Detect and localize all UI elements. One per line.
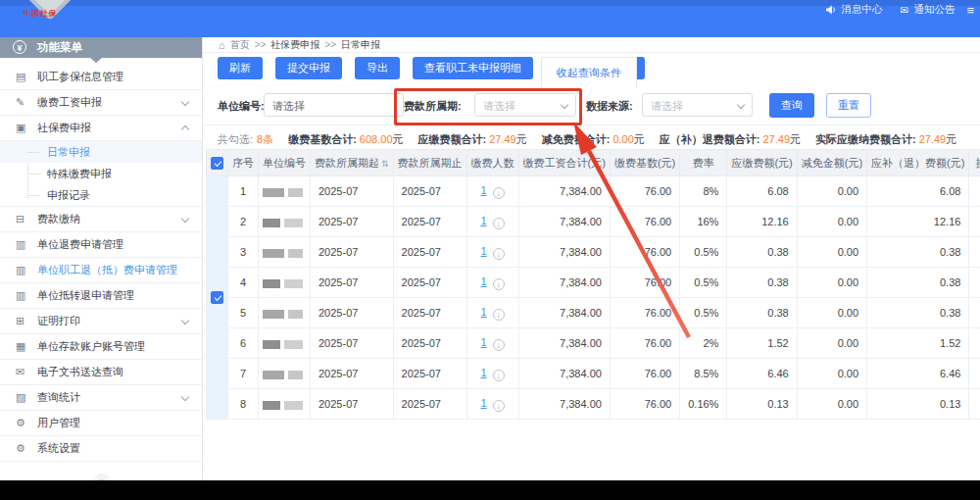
sidebar-header: ¥ 功能菜单 — [0, 37, 202, 58]
sidebar-item-offset-transfer-refund[interactable]: ▥ 单位抵转退申请管理 — [0, 283, 202, 309]
cell: 2025-07 — [311, 268, 394, 298]
table-row: 4 2025-07 2025-07 1↓ 7,384.00 76.00 0.5%… — [207, 268, 980, 298]
sidebar-item-fee-payment[interactable]: ⊟ 费款缴纳 — [0, 207, 202, 232]
col-rate: 费率 — [680, 150, 727, 176]
sidebar-item-employee-insurance-info[interactable]: ▤ 职工参保信息管理 — [0, 65, 202, 90]
refresh-button[interactable]: 刷新 — [218, 57, 263, 79]
print-icon: ⊞ — [16, 309, 24, 333]
unit-code-redacted — [259, 389, 311, 420]
export-button[interactable]: 导出 — [355, 57, 400, 79]
sidebar-item-system-settings[interactable]: ⚙ 系统设置 — [0, 436, 202, 462]
cell: 2025-07 — [311, 237, 394, 268]
breadcrumb-home[interactable]: 首页 — [230, 38, 250, 52]
sidebar-item-salary-declaration[interactable]: ✎ 缴费工资申报 — [0, 90, 202, 116]
cell: 0.16% — [680, 389, 727, 420]
cell: 0.5% — [680, 237, 727, 268]
cell: 5 — [228, 298, 259, 328]
payer-count-link[interactable]: 1 — [480, 336, 486, 348]
submit-declaration-button[interactable]: 提交申报 — [275, 57, 342, 79]
cell: 0.38 — [727, 268, 797, 298]
col-final-fee: 应补（退）费额(元) — [867, 150, 969, 176]
sort-icon: ⇅ — [381, 159, 389, 169]
id-card-icon: ▤ — [16, 65, 25, 89]
select-all-checkbox[interactable] — [211, 157, 223, 170]
query-bar: 单位编号: 请选择 费款所属期: 请选择 数据来源: 请选择 查询 重置 — [203, 87, 980, 125]
cell: 0.00 — [797, 389, 866, 420]
sidebar-item-edocument-query[interactable]: ✉ 电子文书送达查询 — [0, 360, 202, 385]
download-icon[interactable]: ↓ — [493, 187, 505, 199]
sidebar-item-statistics[interactable]: ▨ 查询统计 — [0, 385, 202, 411]
breadcrumb: ⌂ 首页 >> 社保费申报 >> 日常申报 — [203, 37, 980, 53]
notice-button[interactable]: ✉ 通知公告 — [901, 3, 956, 17]
cell: 8.5% — [680, 359, 727, 389]
sidebar-subitem-special-declaration[interactable]: 特殊缴费申报 — [0, 163, 202, 184]
payer-count-link[interactable]: 1 — [480, 184, 486, 196]
cell: 16% — [680, 207, 727, 237]
download-icon[interactable]: ↓ — [493, 278, 505, 290]
sidebar-item-certificate-printing[interactable]: ⊞ 证明打印 — [0, 309, 202, 334]
payer-count-link[interactable]: 1 — [480, 245, 486, 257]
cell: 8 — [228, 389, 259, 420]
unit-code-redacted — [259, 207, 311, 237]
fee-period-select[interactable]: 请选择 — [474, 93, 576, 117]
envelope-icon: ✉ — [901, 4, 909, 16]
sidebar-item-user-management[interactable]: ⚙ 用户管理 — [0, 411, 202, 436]
download-icon[interactable]: ↓ — [493, 218, 505, 229]
download-icon[interactable]: ↓ — [493, 339, 505, 351]
col-period-start[interactable]: 费款所属期起⇅ — [311, 150, 394, 176]
cell: 7,384.00 — [518, 298, 610, 328]
edit-icon: ✎ — [16, 90, 24, 115]
download-icon[interactable]: ↓ — [493, 309, 505, 321]
view-undeclared-button[interactable]: 查看职工未申报明细 — [413, 57, 533, 79]
table-row: 3 2025-07 2025-07 1↓ 7,384.00 76.00 0.5%… — [207, 237, 980, 268]
cell: 2% — [680, 328, 727, 359]
form-icon: ▣ — [16, 116, 25, 140]
selected-label: 共勾选: — [218, 133, 253, 145]
user-menu-icon[interactable]: ≡ — [966, 3, 974, 18]
cell: 2025-07 — [311, 176, 394, 207]
collapse-query-tab[interactable]: 收起查询条件 — [541, 57, 637, 88]
sidebar-item-employee-refund-offset[interactable]: ▥ 单位职工退（抵）费申请管理 — [0, 258, 202, 283]
unit-code-input[interactable]: 请选择 — [264, 93, 404, 117]
payer-count-link[interactable]: 1 — [480, 275, 486, 287]
message-center-button[interactable]: 消息中心 — [825, 3, 883, 17]
sidebar-item-deposit-account[interactable]: ▦ 单位存款账户账号管理 — [0, 334, 202, 360]
cell: 2025-07 — [311, 328, 394, 359]
yuan-coin-icon: ¥ — [13, 40, 26, 54]
cell: 0.38 — [727, 298, 797, 328]
cell: 6.08 — [867, 176, 969, 207]
sidebar-submenu: 日常申报 特殊缴费申报 申报记录 — [0, 141, 202, 207]
summary-item: 缴费基数合计:608.00元 — [288, 132, 403, 147]
cell — [969, 176, 980, 207]
cell: 3 — [228, 237, 259, 268]
download-icon[interactable]: ↓ — [493, 370, 505, 381]
reset-button[interactable]: 重置 — [826, 93, 871, 118]
cell — [969, 389, 980, 420]
transfer-icon: ▥ — [16, 283, 25, 308]
payer-count-link[interactable]: 1 — [480, 215, 486, 226]
unit-code-redacted — [259, 298, 311, 328]
cell — [969, 298, 980, 328]
cell: 0.00 — [797, 237, 866, 268]
cell: 7,384.00 — [518, 176, 610, 207]
payer-count-link[interactable]: 1 — [480, 397, 486, 409]
sidebar-item-unit-refund[interactable]: ▥ 单位退费申请管理 — [0, 232, 202, 258]
cell: 1 — [228, 176, 259, 207]
app-window: 中国社保 消息中心 ✉ 通知公告 ≡ ¥ 功能菜单 ▤ 职工参保信息管理 — [0, 0, 980, 500]
cell: 1↓ — [466, 389, 518, 420]
sidebar-item-social-insurance-declaration[interactable]: ▣ 社保费申报 — [0, 116, 202, 141]
payer-count-link[interactable]: 1 — [480, 306, 486, 318]
cell: 7,384.00 — [518, 359, 610, 389]
data-source-select[interactable]: 请选择 — [642, 93, 753, 117]
search-button[interactable]: 查询 — [769, 93, 814, 118]
sidebar-subitem-declaration-records[interactable]: 申报记录 — [0, 184, 202, 206]
download-icon[interactable]: ↓ — [493, 400, 505, 412]
sidebar-subitem-daily-declaration[interactable]: 日常申报 — [0, 141, 202, 163]
group-select-cell — [207, 176, 228, 420]
row-group-checkbox[interactable] — [211, 291, 223, 304]
cell: 76.00 — [610, 207, 679, 237]
download-icon[interactable]: ↓ — [493, 248, 505, 260]
payer-count-link[interactable]: 1 — [480, 367, 486, 378]
refund-icon: ▥ — [16, 232, 25, 257]
home-icon: ⌂ — [219, 39, 225, 51]
